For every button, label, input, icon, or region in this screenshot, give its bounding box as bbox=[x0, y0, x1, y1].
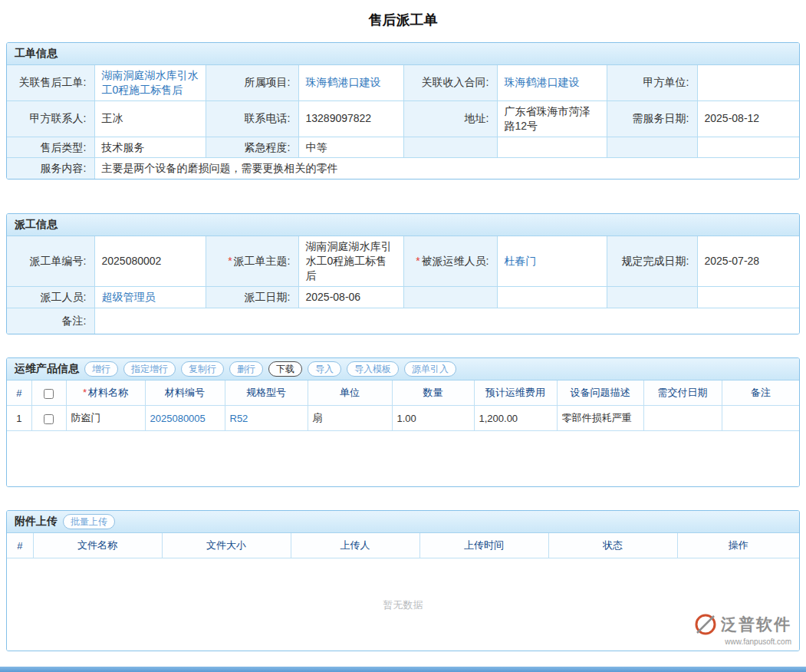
col-select-all bbox=[31, 380, 66, 406]
service-content-label: 服务内容: bbox=[7, 158, 94, 179]
col-issue: 设备问题描述 bbox=[557, 380, 643, 406]
batch-upload-button[interactable]: 批量上传 bbox=[63, 514, 115, 529]
related-order-link[interactable]: 湖南洞庭湖水库引水工0程施工标售后 bbox=[102, 69, 199, 96]
fanpu-logo-icon bbox=[693, 612, 718, 637]
dispatch-panel-header: 派工信息 bbox=[7, 214, 799, 236]
download-button[interactable]: 下载 bbox=[268, 361, 302, 377]
dispatch-subject-label-text: 派工单主题: bbox=[234, 255, 291, 267]
select-all-checkbox[interactable] bbox=[44, 389, 54, 399]
products-table: # *材料名称 材料编号 规格型号 单位 数量 预计运维费用 设备问题描述 需交… bbox=[7, 380, 799, 431]
service-date-label: 需服务日期: bbox=[607, 100, 697, 137]
row-delivery-date bbox=[643, 406, 722, 431]
work-order-panel-title: 工单信息 bbox=[15, 47, 58, 61]
service-type-value: 技术服务 bbox=[94, 137, 206, 158]
col-spec: 规格型号 bbox=[225, 380, 308, 406]
attachments-table: # 文件名称 文件大小 上传人 上传时间 状态 操作 bbox=[7, 533, 799, 558]
dispatch-subject-value: 湖南洞庭湖水库引水工0程施工标售后 bbox=[298, 236, 403, 286]
col-index: # bbox=[7, 533, 33, 558]
dispatch-row-2: 派工人员: 超级管理员 派工日期: 2025-08-06 bbox=[7, 287, 799, 308]
remark-value bbox=[94, 308, 799, 334]
work-order-row-2: 甲方联系人: 王冰 联系电话: 13289097822 地址: 广东省珠海市菏泽… bbox=[7, 100, 799, 137]
income-contract-link[interactable]: 珠海鹤港口建设 bbox=[505, 76, 580, 88]
dispatch-no-value: 2025080002 bbox=[94, 236, 206, 286]
delete-row-button[interactable]: 删行 bbox=[229, 361, 263, 377]
row-material-no: 2025080005 bbox=[145, 406, 225, 431]
page-title: 售后派工单 bbox=[6, 0, 800, 42]
row-spec: R52 bbox=[225, 406, 308, 431]
empty-value-cell bbox=[497, 287, 607, 308]
dispatch-form: 派工单编号: 2025080002 *派工单主题: 湖南洞庭湖水库引水工0程施工… bbox=[7, 236, 799, 334]
insert-row-button[interactable]: 指定增行 bbox=[123, 361, 176, 377]
work-order-form: 关联售后工单: 湖南洞庭湖水库引水工0程施工标售后 所属项目: 珠海鹤港口建设 … bbox=[7, 65, 799, 179]
assignee-label-text: 被派运维人员: bbox=[422, 255, 489, 267]
required-mark: * bbox=[416, 255, 419, 267]
import-button[interactable]: 导入 bbox=[308, 361, 341, 377]
dispatch-no-label: 派工单编号: bbox=[7, 236, 94, 286]
products-empty-area bbox=[7, 431, 799, 486]
attachments-panel-title: 附件上传 bbox=[15, 515, 58, 529]
dispatch-date-value: 2025-08-06 bbox=[298, 287, 403, 308]
col-unit: 单位 bbox=[308, 380, 392, 406]
horizontal-scrollbar[interactable] bbox=[0, 667, 806, 672]
col-qty: 数量 bbox=[392, 380, 474, 406]
row-remark bbox=[722, 406, 799, 431]
col-action: 操作 bbox=[677, 533, 799, 558]
source-import-button[interactable]: 源单引入 bbox=[404, 361, 456, 377]
due-date-label: 规定完成日期: bbox=[607, 236, 697, 286]
party-a-unit-value bbox=[697, 65, 799, 100]
row-unit: 扇 bbox=[308, 406, 392, 431]
empty-label-cell bbox=[403, 287, 497, 308]
dispatcher-label: 派工人员: bbox=[7, 287, 94, 308]
col-uploader: 上传人 bbox=[291, 533, 419, 558]
dispatch-date-label: 派工日期: bbox=[206, 287, 298, 308]
row-issue: 零部件损耗严重 bbox=[557, 406, 643, 431]
page-content: 售后派工单 工单信息 关联售后工单: 湖南洞庭湖水库引水工0程施工标售后 所属项… bbox=[0, 0, 806, 651]
brand-website: www.fanpusoft.com bbox=[693, 637, 791, 646]
assignee-label: *被派运维人员: bbox=[403, 236, 497, 286]
work-order-row-4: 服务内容: 主要是两个设备的磨损问题，需要更换相关的零件 bbox=[7, 158, 799, 179]
work-order-panel: 工单信息 关联售后工单: 湖南洞庭湖水库引水工0程施工标售后 所属项目: 珠海鹤… bbox=[6, 42, 800, 180]
material-no-link[interactable]: 2025080005 bbox=[150, 413, 206, 424]
dispatcher-link[interactable]: 超级管理员 bbox=[102, 291, 156, 303]
col-material-name-text: 材料名称 bbox=[88, 387, 128, 398]
urgency-label: 紧急程度: bbox=[206, 137, 298, 158]
col-upload-time: 上传时间 bbox=[419, 533, 548, 558]
attachments-empty-area: 暂无数据 泛普软件 www.fanpusoft.com bbox=[7, 558, 799, 651]
row-qty: 1.00 bbox=[392, 406, 474, 431]
required-mark: * bbox=[83, 387, 87, 398]
project-link[interactable]: 珠海鹤港口建设 bbox=[306, 76, 381, 88]
row-material-name: 防盗门 bbox=[66, 406, 145, 431]
copy-row-button[interactable]: 复制行 bbox=[181, 361, 224, 377]
project-value: 珠海鹤港口建设 bbox=[298, 65, 403, 100]
products-panel-header: 运维产品信息 增行 指定增行 复制行 删行 下载 导入 导入模板 源单引入 bbox=[7, 358, 799, 380]
row-checkbox[interactable] bbox=[44, 414, 54, 424]
assignee-value: 杜春门 bbox=[497, 236, 607, 286]
dispatch-row-3: 备注: bbox=[7, 308, 799, 334]
col-delivery-date: 需交付日期 bbox=[643, 380, 722, 406]
col-material-name: *材料名称 bbox=[66, 380, 145, 406]
empty-value-cell bbox=[697, 287, 799, 308]
dispatcher-value: 超级管理员 bbox=[94, 287, 206, 308]
col-material-no: 材料编号 bbox=[145, 380, 225, 406]
import-template-button[interactable]: 导入模板 bbox=[347, 361, 399, 377]
party-a-contact-label: 甲方联系人: bbox=[7, 100, 94, 137]
attachments-panel-header: 附件上传 批量上传 bbox=[7, 511, 799, 533]
brand-name: 泛普软件 bbox=[721, 614, 791, 635]
address-value: 广东省珠海市菏泽路12号 bbox=[497, 100, 607, 137]
dispatch-row-1: 派工单编号: 2025080002 *派工单主题: 湖南洞庭湖水库引水工0程施工… bbox=[7, 236, 799, 286]
row-est-cost: 1,200.00 bbox=[474, 406, 557, 431]
party-a-unit-label: 甲方单位: bbox=[607, 65, 697, 100]
related-order-value: 湖南洞庭湖水库引水工0程施工标售后 bbox=[94, 65, 206, 100]
products-panel-title: 运维产品信息 bbox=[15, 362, 79, 376]
assignee-link[interactable]: 杜春门 bbox=[505, 255, 537, 267]
spec-link[interactable]: R52 bbox=[230, 413, 248, 424]
service-content-value: 主要是两个设备的磨损问题，需要更换相关的零件 bbox=[94, 158, 799, 179]
add-row-button[interactable]: 增行 bbox=[84, 361, 118, 377]
empty-label-cell bbox=[607, 287, 697, 308]
row-select bbox=[31, 406, 66, 431]
empty-label-cell bbox=[607, 137, 697, 158]
dispatch-panel: 派工信息 派工单编号: 2025080002 *派工单主题: 湖南洞庭湖水库引水… bbox=[6, 213, 800, 334]
address-label: 地址: bbox=[403, 100, 497, 137]
party-a-contact-value: 王冰 bbox=[94, 100, 206, 137]
work-order-row-1: 关联售后工单: 湖南洞庭湖水库引水工0程施工标售后 所属项目: 珠海鹤港口建设 … bbox=[7, 65, 799, 100]
